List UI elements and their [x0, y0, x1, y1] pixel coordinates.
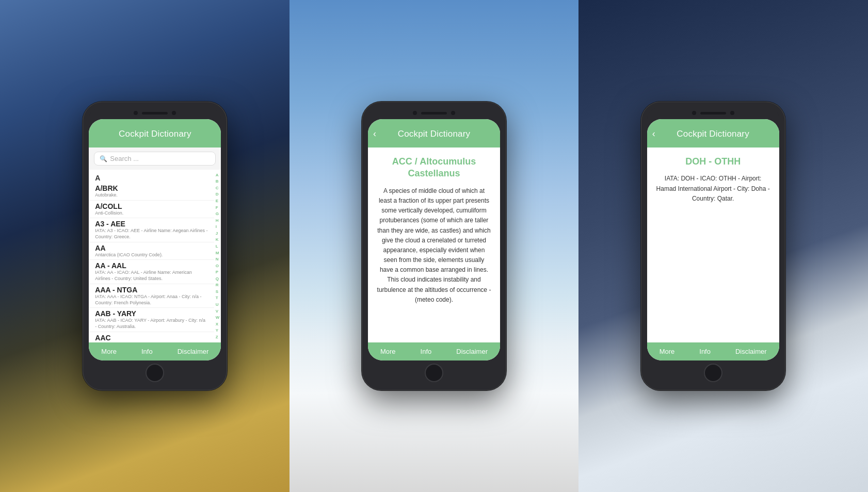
phone-1-camera — [134, 111, 138, 115]
phone-2-screen: ‹ Cockpit Dictionary ACC / Altocumulus C… — [368, 119, 500, 360]
phone-3-camera2 — [730, 111, 734, 115]
phone-1-home[interactable] — [146, 364, 164, 382]
phone-1-notch — [89, 108, 221, 119]
list-item[interactable]: AAB - YARY IATA: AAB - ICAO: YARY - Airp… — [89, 308, 214, 332]
phone-1: Cockpit Dictionary 🔍 Search ... A A/BRK … — [83, 102, 227, 390]
item-sub: Aeronautical carrier. — [95, 342, 207, 342]
phone-2-tab-bar: More Info Disclaimer — [368, 342, 500, 360]
list-item[interactable]: AAC Aeronautical carrier. — [89, 332, 214, 342]
phone-2-camera2 — [451, 111, 455, 115]
list-items: A A/BRK Autobrake. A/COLL Anti-Collision… — [89, 170, 214, 342]
tab-more-3[interactable]: More — [660, 348, 675, 355]
phone-3-speaker — [700, 112, 726, 114]
phone-2-home[interactable] — [425, 364, 443, 382]
item-sub: IATA: A3 - ICAO: AEE - Airline Name: Aeg… — [95, 228, 207, 240]
phone-3-home[interactable] — [704, 364, 722, 382]
list-item[interactable]: AA - AAL IATA: AA - ICAO: AAL - Airline … — [89, 260, 214, 284]
phone-1-camera2 — [172, 111, 176, 115]
phone-3-title: Cockpit Dictionary — [677, 129, 749, 139]
detail-body-2: A species of middle cloud of which at le… — [376, 186, 492, 305]
tab-disclaimer-1[interactable]: Disclaimer — [178, 348, 209, 355]
phone-2: ‹ Cockpit Dictionary ACC / Altocumulus C… — [362, 102, 506, 390]
item-title: AAA - NTGA — [95, 286, 207, 294]
phone-1-title: Cockpit Dictionary — [119, 129, 191, 139]
detail-term-2: ACC / Altocumulus Castellanus — [376, 156, 492, 180]
item-sub: Antarctica (ICAO Country Code). — [95, 252, 207, 258]
tab-disclaimer-2[interactable]: Disclaimer — [456, 348, 488, 355]
item-title: A/BRK — [95, 184, 207, 192]
phones-container: Cockpit Dictionary 🔍 Search ... A A/BRK … — [0, 0, 868, 492]
back-button-3[interactable]: ‹ — [652, 128, 655, 139]
list-content: A A/BRK Autobrake. A/COLL Anti-Collision… — [89, 170, 221, 342]
search-placeholder: Search ... — [110, 155, 139, 162]
phone-3-tab-bar: More Info Disclaimer — [647, 342, 779, 360]
phone-3-detail: DOH - OTHH IATA: DOH - ICAO: OTHH - Airp… — [647, 147, 779, 342]
search-input-wrap[interactable]: 🔍 Search ... — [94, 152, 216, 166]
item-sub: IATA: AAA - ICAO: NTGA - Airport: Anaa -… — [95, 294, 207, 306]
item-sub: Anti-Collision. — [95, 210, 207, 217]
tab-info-2[interactable]: Info — [421, 348, 432, 355]
phone-3-header: ‹ Cockpit Dictionary — [647, 119, 779, 147]
phone-2-detail: ACC / Altocumulus Castellanus A species … — [368, 147, 500, 342]
phone-2-camera — [413, 111, 417, 115]
list-item[interactable]: AAA - NTGA IATA: AAA - ICAO: NTGA - Airp… — [89, 284, 214, 308]
phone-3: ‹ Cockpit Dictionary DOH - OTHH IATA: DO… — [641, 102, 785, 390]
item-title: A3 - AEE — [95, 220, 207, 228]
detail-term-3: DOH - OTHH — [655, 156, 771, 168]
alphabet-index[interactable]: ABC DEF GHI JKL MNO PQR STU VWX YZ — [214, 170, 221, 342]
detail-body-3: IATA: DOH - ICAO: OTHH - Airport: Hamad … — [655, 174, 771, 204]
tab-more-1[interactable]: More — [101, 348, 117, 355]
phone-3-notch — [647, 108, 779, 119]
phone-1-header: Cockpit Dictionary — [89, 119, 221, 147]
search-icon: 🔍 — [100, 155, 107, 162]
item-title: AAB - YARY — [95, 309, 207, 318]
list-item[interactable]: A/COLL Anti-Collision. — [89, 201, 214, 219]
phone-2-notch — [368, 108, 500, 119]
tab-info-1[interactable]: Info — [141, 348, 153, 355]
phone-1-screen: Cockpit Dictionary 🔍 Search ... A A/BRK … — [89, 119, 221, 360]
list-item[interactable]: A/BRK Autobrake. — [89, 183, 214, 201]
phone-1-speaker — [142, 112, 168, 114]
item-sub: Autobrake. — [95, 192, 207, 199]
tab-info-3[interactable]: Info — [699, 348, 711, 355]
list-item[interactable]: AA Antarctica (ICAO Country Code). — [89, 242, 214, 260]
section-a: A — [89, 172, 214, 183]
list-item[interactable]: A3 - AEE IATA: A3 - ICAO: AEE - Airline … — [89, 218, 214, 242]
phone-2-header: ‹ Cockpit Dictionary — [368, 119, 500, 147]
phone-1-tab-bar: More Info Disclaimer — [89, 342, 221, 360]
search-bar: 🔍 Search ... — [89, 147, 221, 170]
phone-3-camera — [692, 111, 696, 115]
phone-3-screen: ‹ Cockpit Dictionary DOH - OTHH IATA: DO… — [647, 119, 779, 360]
item-sub: IATA: AA - ICAO: AAL - Airline Name: Ame… — [95, 270, 207, 282]
item-title: AA — [95, 244, 207, 252]
phone-2-speaker — [421, 112, 447, 114]
back-button-2[interactable]: ‹ — [373, 128, 376, 139]
item-sub: IATA: AAB - ICAO: YARY - Airport: Arrabu… — [95, 318, 207, 330]
item-title: AA - AAL — [95, 261, 207, 270]
phone-2-title: Cockpit Dictionary — [398, 129, 471, 139]
item-title: A/COLL — [95, 202, 207, 210]
item-title: AAC — [95, 334, 207, 342]
tab-disclaimer-3[interactable]: Disclaimer — [735, 348, 767, 355]
tab-more-2[interactable]: More — [380, 348, 396, 355]
